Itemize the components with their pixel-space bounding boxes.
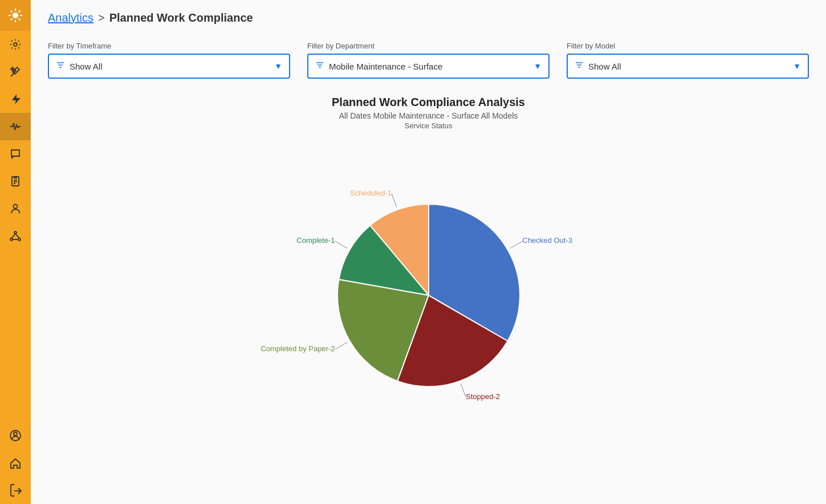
breadcrumb-separator: > — [98, 11, 105, 25]
chart-subtitle: All Dates Mobile Maintenance - Surface A… — [339, 111, 518, 120]
filter-model-icon — [575, 60, 584, 72]
sidebar-item-chat[interactable] — [0, 140, 31, 168]
sidebar-item-pulse[interactable] — [0, 113, 31, 140]
sidebar-item-lightning[interactable] — [0, 86, 31, 113]
sidebar-item-home[interactable] — [0, 449, 31, 477]
filter-model-label: Filter by Model — [567, 42, 809, 50]
sidebar-item-logout[interactable] — [0, 477, 31, 504]
pie-chart-container: Checked Out-3Stopped-2Completed by Paper… — [258, 141, 600, 426]
svg-line-35 — [461, 384, 466, 397]
svg-point-15 — [14, 231, 17, 234]
filter-model-value: Show All — [588, 62, 621, 71]
chart-title: Planned Work Compliance Analysis — [332, 96, 525, 109]
filter-model-group: Filter by Model Show All ▼ — [567, 42, 809, 79]
svg-line-19 — [15, 234, 19, 238]
sidebar-item-tools[interactable] — [0, 58, 31, 86]
filter-timeframe-arrow: ▼ — [274, 62, 282, 71]
filter-department-value: Mobile Maintenance - Surface — [329, 62, 442, 71]
filter-timeframe-value: Show All — [70, 62, 103, 71]
filter-department-select[interactable]: Mobile Maintenance - Surface ▼ — [307, 54, 550, 79]
filter-timeframe-label: Filter by Timeframe — [48, 42, 290, 50]
filter-model-arrow: ▼ — [793, 62, 801, 71]
chart-service-label: Service Status — [405, 121, 453, 130]
sidebar — [0, 0, 31, 504]
sidebar-item-person[interactable] — [0, 195, 31, 222]
svg-line-6 — [19, 19, 21, 21]
sidebar-item-settings[interactable] — [0, 31, 31, 58]
svg-point-22 — [14, 432, 17, 436]
breadcrumb-current-page: Planned Work Compliance — [109, 11, 253, 25]
svg-line-41 — [392, 194, 397, 208]
breadcrumb-analytics-link[interactable]: Analytics — [48, 11, 93, 25]
breadcrumb: Analytics > Planned Work Compliance — [48, 11, 809, 25]
sidebar-logo — [0, 0, 31, 31]
filter-model-select[interactable]: Show All ▼ — [567, 54, 809, 79]
sidebar-item-clipboard[interactable] — [0, 168, 31, 195]
svg-text:Checked Out-3: Checked Out-3 — [522, 236, 572, 245]
svg-text:Completed by Paper-2: Completed by Paper-2 — [261, 344, 335, 353]
filter-department-label: Filter by Department — [307, 42, 550, 50]
filter-timeframe-select[interactable]: Show All ▼ — [48, 54, 290, 79]
svg-line-7 — [19, 11, 21, 13]
filter-department-group: Filter by Department Mobile Maintenance … — [307, 42, 550, 79]
svg-line-18 — [11, 234, 15, 238]
svg-line-8 — [11, 19, 13, 21]
svg-point-0 — [13, 13, 18, 18]
filter-department-arrow: ▼ — [534, 62, 542, 71]
sidebar-bottom — [0, 422, 31, 504]
filters-row: Filter by Timeframe Show All ▼ Filter by — [48, 42, 809, 79]
filter-timeframe-icon — [56, 60, 65, 72]
svg-point-16 — [10, 238, 13, 241]
filter-timeframe-group: Filter by Timeframe Show All ▼ — [48, 42, 290, 79]
filter-department-icon — [315, 60, 324, 72]
main-content: Analytics > Planned Work Compliance Filt… — [31, 0, 826, 504]
svg-line-37 — [335, 343, 347, 350]
svg-point-17 — [18, 238, 21, 241]
svg-text:Stopped-2: Stopped-2 — [466, 392, 500, 401]
pie-chart-svg: Checked Out-3Stopped-2Completed by Paper… — [258, 141, 600, 426]
svg-point-9 — [14, 43, 17, 46]
sidebar-item-network[interactable] — [0, 222, 31, 250]
sidebar-item-user[interactable] — [0, 422, 31, 449]
svg-text:Scheduled-1: Scheduled-1 — [350, 189, 392, 197]
svg-text:Complete-1: Complete-1 — [296, 236, 335, 245]
svg-line-39 — [335, 241, 347, 249]
svg-line-33 — [510, 241, 522, 249]
svg-point-14 — [14, 205, 18, 209]
svg-line-5 — [11, 11, 13, 13]
chart-area: Planned Work Compliance Analysis All Dat… — [48, 96, 809, 493]
